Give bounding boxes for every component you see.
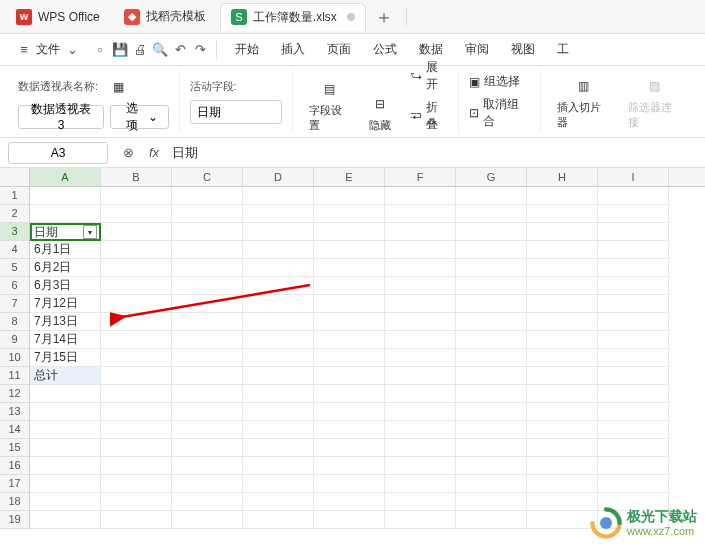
cell[interactable] — [314, 205, 385, 223]
tab-workbook[interactable]: S 工作簿数量.xlsx — [220, 3, 366, 31]
cell[interactable] — [243, 331, 314, 349]
cell[interactable] — [101, 421, 172, 439]
col-header-E[interactable]: E — [314, 168, 385, 186]
cell[interactable] — [30, 421, 101, 439]
tab-template[interactable]: ◆ 找稻壳模板 — [114, 3, 216, 31]
pivot-icon[interactable]: ▦ — [106, 75, 130, 99]
row-header[interactable]: 16 — [0, 457, 30, 475]
cell[interactable] — [598, 313, 669, 331]
cell[interactable] — [385, 493, 456, 511]
cell[interactable] — [314, 223, 385, 241]
cell[interactable] — [101, 403, 172, 421]
file-menu[interactable]: ≡ 文件 ⌄ — [8, 38, 88, 62]
menu-view[interactable]: 视图 — [509, 37, 537, 62]
col-header-B[interactable]: B — [101, 168, 172, 186]
row-header[interactable]: 11 — [0, 367, 30, 385]
row-header[interactable]: 9 — [0, 331, 30, 349]
cell[interactable] — [30, 385, 101, 403]
cell[interactable]: 7月15日 — [30, 349, 101, 367]
cell[interactable] — [598, 241, 669, 259]
cell[interactable] — [314, 421, 385, 439]
group-select-button[interactable]: ▣组选择 — [469, 73, 529, 90]
cell[interactable] — [456, 349, 527, 367]
new-icon[interactable]: ▫ — [92, 42, 108, 58]
cell[interactable] — [314, 475, 385, 493]
cell[interactable] — [172, 259, 243, 277]
cell[interactable] — [243, 223, 314, 241]
save-icon[interactable]: 💾 — [112, 42, 128, 58]
cell[interactable] — [456, 475, 527, 493]
cell[interactable] — [385, 313, 456, 331]
cell[interactable] — [598, 457, 669, 475]
cell[interactable] — [30, 475, 101, 493]
cell[interactable] — [172, 367, 243, 385]
cell[interactable] — [598, 439, 669, 457]
cell[interactable] — [172, 205, 243, 223]
row-header[interactable]: 1 — [0, 187, 30, 205]
cell[interactable] — [314, 457, 385, 475]
cell[interactable] — [243, 439, 314, 457]
cell[interactable] — [30, 205, 101, 223]
cell[interactable]: 7月14日 — [30, 331, 101, 349]
cell[interactable] — [456, 385, 527, 403]
expand-button[interactable]: ⮑展开 — [410, 59, 448, 93]
cell[interactable] — [385, 349, 456, 367]
cell[interactable] — [527, 475, 598, 493]
row-header[interactable]: 12 — [0, 385, 30, 403]
cell[interactable] — [243, 421, 314, 439]
cell[interactable]: 7月12日 — [30, 295, 101, 313]
cell[interactable] — [385, 259, 456, 277]
cell[interactable] — [243, 313, 314, 331]
cell[interactable] — [456, 187, 527, 205]
cell[interactable] — [314, 403, 385, 421]
cell[interactable] — [243, 259, 314, 277]
row-header[interactable]: 19 — [0, 511, 30, 529]
pivot-filter-dropdown[interactable]: ▾ — [83, 225, 97, 239]
cell[interactable] — [456, 205, 527, 223]
cell[interactable] — [598, 349, 669, 367]
cell[interactable] — [243, 187, 314, 205]
cell[interactable] — [101, 241, 172, 259]
cell[interactable] — [385, 403, 456, 421]
cell[interactable] — [314, 259, 385, 277]
cell[interactable] — [172, 313, 243, 331]
cell[interactable] — [385, 421, 456, 439]
collapse-button[interactable]: ⮒折叠 — [410, 99, 448, 133]
cell[interactable] — [456, 223, 527, 241]
cell[interactable] — [527, 367, 598, 385]
cell[interactable] — [314, 277, 385, 295]
cell[interactable] — [30, 403, 101, 421]
cell[interactable] — [172, 511, 243, 529]
row-header[interactable]: 2 — [0, 205, 30, 223]
cell[interactable] — [243, 493, 314, 511]
fx-icon[interactable]: fx — [146, 145, 162, 161]
cell[interactable] — [598, 259, 669, 277]
menu-insert[interactable]: 插入 — [279, 37, 307, 62]
cell[interactable] — [314, 439, 385, 457]
ungroup-button[interactable]: ⊡取消组合 — [469, 96, 529, 130]
cell[interactable] — [527, 403, 598, 421]
cell[interactable] — [101, 349, 172, 367]
cell[interactable] — [456, 331, 527, 349]
cell[interactable]: 总计 — [30, 367, 101, 385]
col-header-D[interactable]: D — [243, 168, 314, 186]
cell[interactable] — [456, 511, 527, 529]
cell[interactable] — [172, 421, 243, 439]
row-header[interactable]: 17 — [0, 475, 30, 493]
cell[interactable] — [243, 349, 314, 367]
cell[interactable] — [314, 349, 385, 367]
cell[interactable] — [598, 475, 669, 493]
cell[interactable] — [30, 511, 101, 529]
col-header-C[interactable]: C — [172, 168, 243, 186]
insert-slicer-button[interactable]: ▥ 插入切片器 — [551, 70, 616, 133]
cancel-icon[interactable]: ⊗ — [120, 145, 136, 161]
cell[interactable] — [527, 313, 598, 331]
cell[interactable] — [101, 187, 172, 205]
cell[interactable] — [30, 439, 101, 457]
cell[interactable] — [527, 241, 598, 259]
cell[interactable] — [385, 511, 456, 529]
cell[interactable] — [30, 457, 101, 475]
cell[interactable] — [172, 349, 243, 367]
cell[interactable] — [101, 385, 172, 403]
cell[interactable]: 6月3日 — [30, 277, 101, 295]
